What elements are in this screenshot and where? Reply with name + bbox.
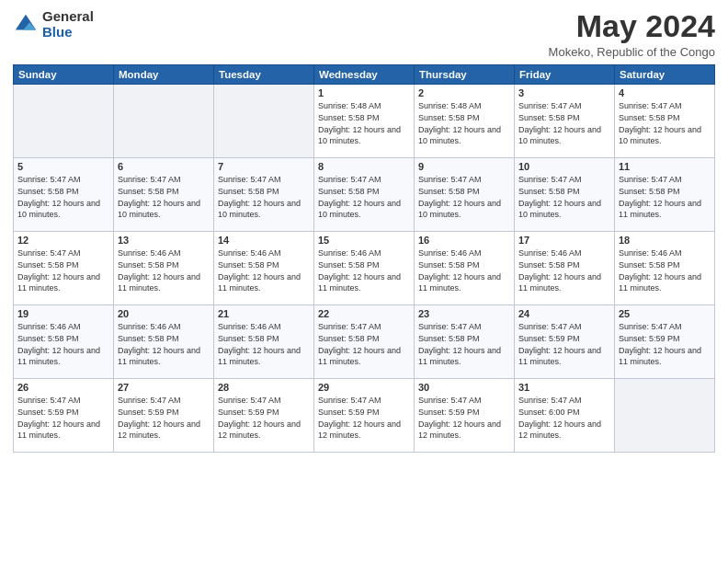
day-cell: 10Sunrise: 5:47 AMSunset: 5:58 PMDayligh…: [515, 158, 615, 232]
day-info: Sunrise: 5:47 AMSunset: 5:58 PMDaylight:…: [218, 174, 310, 220]
weekday-header-row: SundayMondayTuesdayWednesdayThursdayFrid…: [14, 65, 715, 85]
header: General Blue May 2024 Mokeko, Republic o…: [13, 9, 715, 59]
day-info: Sunrise: 5:47 AMSunset: 5:58 PMDaylight:…: [17, 247, 109, 293]
day-cell: 2Sunrise: 5:48 AMSunset: 5:58 PMDaylight…: [415, 85, 515, 158]
day-number: 10: [518, 161, 610, 172]
day-info: Sunrise: 5:47 AMSunset: 6:00 PMDaylight:…: [518, 395, 610, 441]
day-cell: 1Sunrise: 5:48 AMSunset: 5:58 PMDaylight…: [314, 85, 415, 158]
day-number: 13: [118, 235, 210, 246]
weekday-header-tuesday: Tuesday: [214, 65, 314, 85]
week-row-5: 26Sunrise: 5:47 AMSunset: 5:59 PMDayligh…: [14, 379, 715, 453]
day-info: Sunrise: 5:46 AMSunset: 5:58 PMDaylight:…: [218, 321, 310, 367]
title-block: May 2024 Mokeko, Republic of the Congo: [549, 9, 715, 59]
day-cell: 18Sunrise: 5:46 AMSunset: 5:58 PMDayligh…: [615, 232, 715, 305]
day-info: Sunrise: 5:47 AMSunset: 5:58 PMDaylight:…: [17, 174, 109, 220]
week-row-3: 12Sunrise: 5:47 AMSunset: 5:58 PMDayligh…: [14, 232, 715, 305]
day-info: Sunrise: 5:47 AMSunset: 5:59 PMDaylight:…: [318, 395, 410, 441]
day-cell: 20Sunrise: 5:46 AMSunset: 5:58 PMDayligh…: [114, 305, 214, 379]
day-info: Sunrise: 5:47 AMSunset: 5:58 PMDaylight:…: [118, 174, 210, 220]
day-number: 8: [318, 161, 410, 172]
day-cell: 24Sunrise: 5:47 AMSunset: 5:59 PMDayligh…: [515, 305, 615, 379]
day-cell: 3Sunrise: 5:47 AMSunset: 5:58 PMDaylight…: [515, 85, 615, 158]
day-cell: 5Sunrise: 5:47 AMSunset: 5:58 PMDaylight…: [14, 158, 114, 232]
day-cell: 7Sunrise: 5:47 AMSunset: 5:58 PMDaylight…: [214, 158, 314, 232]
day-info: Sunrise: 5:48 AMSunset: 5:58 PMDaylight:…: [318, 100, 410, 146]
day-number: 30: [418, 382, 510, 393]
day-cell: 16Sunrise: 5:46 AMSunset: 5:58 PMDayligh…: [415, 232, 515, 305]
day-number: 29: [318, 382, 410, 393]
day-info: Sunrise: 5:48 AMSunset: 5:58 PMDaylight:…: [418, 100, 510, 146]
day-cell: 29Sunrise: 5:47 AMSunset: 5:59 PMDayligh…: [314, 379, 415, 453]
day-number: 11: [619, 161, 711, 172]
day-number: 19: [17, 308, 109, 319]
logo-blue: Blue: [42, 25, 94, 40]
day-cell: [114, 85, 214, 158]
month-title: May 2024: [549, 9, 715, 43]
day-number: 3: [518, 87, 610, 98]
weekday-header-sunday: Sunday: [14, 65, 114, 85]
day-info: Sunrise: 5:47 AMSunset: 5:59 PMDaylight:…: [218, 395, 310, 441]
day-number: 25: [619, 308, 711, 319]
day-info: Sunrise: 5:47 AMSunset: 5:59 PMDaylight:…: [619, 321, 711, 367]
day-cell: 9Sunrise: 5:47 AMSunset: 5:58 PMDaylight…: [415, 158, 515, 232]
day-number: 4: [619, 87, 711, 98]
day-info: Sunrise: 5:46 AMSunset: 5:58 PMDaylight:…: [17, 321, 109, 367]
day-number: 27: [118, 382, 210, 393]
day-number: 24: [518, 308, 610, 319]
weekday-header-saturday: Saturday: [615, 65, 715, 85]
day-cell: 13Sunrise: 5:46 AMSunset: 5:58 PMDayligh…: [114, 232, 214, 305]
day-info: Sunrise: 5:47 AMSunset: 5:58 PMDaylight:…: [619, 100, 711, 146]
week-row-1: 1Sunrise: 5:48 AMSunset: 5:58 PMDaylight…: [14, 85, 715, 158]
day-cell: [214, 85, 314, 158]
day-info: Sunrise: 5:46 AMSunset: 5:58 PMDaylight:…: [619, 247, 711, 293]
weekday-header-wednesday: Wednesday: [314, 65, 415, 85]
day-number: 5: [17, 161, 109, 172]
day-cell: 6Sunrise: 5:47 AMSunset: 5:58 PMDaylight…: [114, 158, 214, 232]
day-cell: 25Sunrise: 5:47 AMSunset: 5:59 PMDayligh…: [615, 305, 715, 379]
day-info: Sunrise: 5:47 AMSunset: 5:59 PMDaylight:…: [17, 395, 109, 441]
day-cell: 17Sunrise: 5:46 AMSunset: 5:58 PMDayligh…: [515, 232, 615, 305]
logo-text: General Blue: [42, 9, 94, 40]
day-cell: 22Sunrise: 5:47 AMSunset: 5:58 PMDayligh…: [314, 305, 415, 379]
day-number: 21: [218, 308, 310, 319]
page: General Blue May 2024 Mokeko, Republic o…: [0, 0, 728, 563]
day-number: 17: [518, 235, 610, 246]
day-info: Sunrise: 5:46 AMSunset: 5:58 PMDaylight:…: [418, 247, 510, 293]
day-cell: 28Sunrise: 5:47 AMSunset: 5:59 PMDayligh…: [214, 379, 314, 453]
day-cell: 21Sunrise: 5:46 AMSunset: 5:58 PMDayligh…: [214, 305, 314, 379]
logo-icon: [13, 12, 39, 38]
day-cell: 15Sunrise: 5:46 AMSunset: 5:58 PMDayligh…: [314, 232, 415, 305]
day-cell: 19Sunrise: 5:46 AMSunset: 5:58 PMDayligh…: [14, 305, 114, 379]
day-number: 23: [418, 308, 510, 319]
day-info: Sunrise: 5:47 AMSunset: 5:59 PMDaylight:…: [118, 395, 210, 441]
day-cell: [615, 379, 715, 453]
day-info: Sunrise: 5:47 AMSunset: 5:58 PMDaylight:…: [619, 174, 711, 220]
logo-general: General: [42, 9, 94, 25]
day-cell: 23Sunrise: 5:47 AMSunset: 5:58 PMDayligh…: [415, 305, 515, 379]
day-number: 31: [518, 382, 610, 393]
day-cell: 11Sunrise: 5:47 AMSunset: 5:58 PMDayligh…: [615, 158, 715, 232]
day-number: 7: [218, 161, 310, 172]
day-info: Sunrise: 5:46 AMSunset: 5:58 PMDaylight:…: [218, 247, 310, 293]
day-number: 26: [17, 382, 109, 393]
day-info: Sunrise: 5:47 AMSunset: 5:58 PMDaylight:…: [518, 100, 610, 146]
day-cell: 4Sunrise: 5:47 AMSunset: 5:58 PMDaylight…: [615, 85, 715, 158]
weekday-header-thursday: Thursday: [415, 65, 515, 85]
day-number: 20: [118, 308, 210, 319]
day-cell: 12Sunrise: 5:47 AMSunset: 5:58 PMDayligh…: [14, 232, 114, 305]
day-number: 2: [418, 87, 510, 98]
day-number: 14: [218, 235, 310, 246]
day-cell: 30Sunrise: 5:47 AMSunset: 5:59 PMDayligh…: [415, 379, 515, 453]
day-info: Sunrise: 5:46 AMSunset: 5:58 PMDaylight:…: [318, 247, 410, 293]
weekday-header-friday: Friday: [515, 65, 615, 85]
day-cell: [14, 85, 114, 158]
day-cell: 27Sunrise: 5:47 AMSunset: 5:59 PMDayligh…: [114, 379, 214, 453]
week-row-2: 5Sunrise: 5:47 AMSunset: 5:58 PMDaylight…: [14, 158, 715, 232]
day-number: 6: [118, 161, 210, 172]
day-info: Sunrise: 5:46 AMSunset: 5:58 PMDaylight:…: [118, 247, 210, 293]
day-info: Sunrise: 5:46 AMSunset: 5:58 PMDaylight:…: [118, 321, 210, 367]
day-cell: 8Sunrise: 5:47 AMSunset: 5:58 PMDaylight…: [314, 158, 415, 232]
logo: General Blue: [13, 9, 94, 40]
location: Mokeko, Republic of the Congo: [549, 45, 715, 59]
day-number: 18: [619, 235, 711, 246]
